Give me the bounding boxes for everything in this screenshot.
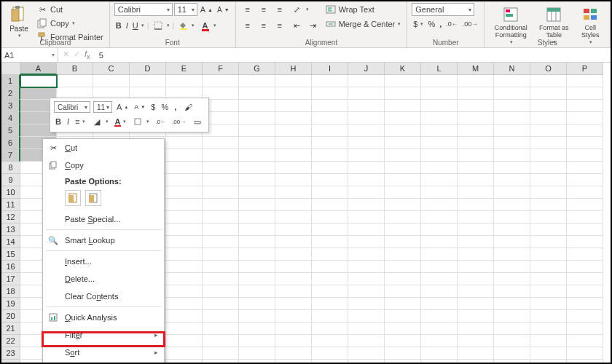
cell-N23[interactable] (494, 347, 530, 360)
ctx-paste-values[interactable] (85, 190, 101, 206)
mini-bold[interactable]: B (54, 116, 63, 127)
cell-M2[interactable] (458, 87, 494, 100)
cell-L21[interactable] (421, 323, 458, 335)
cell-G4[interactable] (239, 112, 275, 124)
cell-M3[interactable] (458, 100, 494, 112)
cell-M13[interactable] (458, 223, 494, 236)
mini-merge[interactable]: ▭ (190, 115, 205, 128)
cell-O6[interactable] (530, 137, 567, 149)
cell-L16[interactable] (421, 261, 458, 273)
italic-button[interactable]: I (125, 20, 130, 31)
cell-J14[interactable] (348, 236, 385, 248)
name-box[interactable]: A1▾ (1, 48, 58, 62)
cell-G17[interactable] (239, 273, 275, 285)
increase-decimal-button[interactable]: .0← (444, 20, 460, 28)
cell-K5[interactable] (385, 124, 421, 137)
cell-N11[interactable] (494, 199, 530, 211)
cell-K17[interactable] (385, 273, 421, 285)
cell-F13[interactable] (203, 223, 239, 236)
enter-formula-icon[interactable]: ✓ (74, 50, 80, 60)
cell-P8[interactable] (567, 162, 603, 174)
mini-fill-color[interactable]: ◢▾ (90, 115, 110, 128)
orientation-button[interactable]: ⤢▾ (290, 3, 310, 16)
cell-H13[interactable] (275, 223, 312, 236)
cell-L3[interactable] (421, 100, 458, 112)
cell-E21[interactable] (166, 323, 203, 335)
col-header-G[interactable]: G (239, 63, 275, 75)
cell-J11[interactable] (348, 199, 385, 211)
cell-G20[interactable] (239, 310, 275, 323)
col-header-H[interactable]: H (275, 63, 312, 75)
cell-M6[interactable] (458, 137, 494, 149)
cell-J12[interactable] (348, 211, 385, 223)
cell-L2[interactable] (421, 87, 458, 100)
cell-H19[interactable] (275, 298, 312, 310)
cell-K13[interactable] (385, 223, 421, 236)
ctx-copy[interactable]: Copy (43, 157, 164, 174)
mini-inc-decimal[interactable]: .00→ (170, 118, 187, 126)
cell-N5[interactable] (494, 124, 530, 137)
cell-J13[interactable] (348, 223, 385, 236)
cell-P2[interactable] (567, 87, 603, 100)
cell-F17[interactable] (203, 273, 239, 285)
cell-P18[interactable] (567, 285, 603, 298)
paste-button[interactable]: Paste▾ (6, 3, 32, 40)
cell-O10[interactable] (530, 186, 567, 199)
cell-K2[interactable] (385, 87, 421, 100)
cell-H20[interactable] (275, 310, 312, 323)
cell-P4[interactable] (567, 112, 603, 124)
cell-K3[interactable] (385, 100, 421, 112)
cell-I4[interactable] (312, 112, 348, 124)
cell-H24[interactable] (275, 360, 312, 364)
cell-O13[interactable] (530, 223, 567, 236)
cell-C1[interactable] (93, 75, 130, 87)
cell-E17[interactable] (166, 273, 203, 285)
cell-N14[interactable] (494, 236, 530, 248)
cell-M5[interactable] (458, 124, 494, 137)
cell-E23[interactable] (166, 347, 203, 360)
cell-H9[interactable] (275, 174, 312, 186)
cell-H14[interactable] (275, 236, 312, 248)
cell-L6[interactable] (421, 137, 458, 149)
cell-H8[interactable] (275, 162, 312, 174)
cell-B1[interactable] (57, 75, 93, 87)
cell-G15[interactable] (239, 248, 275, 261)
cell-I3[interactable] (312, 100, 348, 112)
row-header-18[interactable]: 18 (1, 285, 20, 298)
cell-K23[interactable] (385, 347, 421, 360)
col-header-J[interactable]: J (348, 63, 385, 75)
increase-indent-button[interactable]: ⇥ (306, 19, 321, 32)
row-header-2[interactable]: 2 (1, 87, 20, 100)
col-header-A[interactable]: A (20, 63, 57, 75)
mini-italic[interactable]: I (66, 116, 71, 127)
cell-I24[interactable] (312, 360, 348, 364)
cell-M24[interactable] (458, 360, 494, 364)
cell-P3[interactable] (567, 100, 603, 112)
underline-button[interactable]: U▾ (131, 20, 146, 31)
cell-M4[interactable] (458, 112, 494, 124)
cell-E18[interactable] (166, 285, 203, 298)
cell-G6[interactable] (239, 137, 275, 149)
cell-P1[interactable] (567, 75, 603, 87)
row-header-19[interactable]: 19 (1, 298, 20, 310)
cell-H11[interactable] (275, 199, 312, 211)
cell-K19[interactable] (385, 298, 421, 310)
cell-I13[interactable] (312, 223, 348, 236)
cell-K14[interactable] (385, 236, 421, 248)
formula-input[interactable]: 5 (95, 51, 108, 60)
cell-N9[interactable] (494, 174, 530, 186)
cell-M21[interactable] (458, 323, 494, 335)
ctx-clear-contents[interactable]: Clear Contents (43, 288, 164, 305)
cell-G10[interactable] (239, 186, 275, 199)
ctx-paste-special[interactable]: Paste Special... (43, 210, 164, 228)
cell-I8[interactable] (312, 162, 348, 174)
font-color-button[interactable]: A▾ (197, 19, 218, 32)
cell-O5[interactable] (530, 124, 567, 137)
cell-N7[interactable] (494, 149, 530, 162)
cell-I17[interactable] (312, 273, 348, 285)
cell-H2[interactable] (275, 87, 312, 100)
cell-F23[interactable] (203, 347, 239, 360)
cell-F14[interactable] (203, 236, 239, 248)
cell-K16[interactable] (385, 261, 421, 273)
cell-I11[interactable] (312, 199, 348, 211)
